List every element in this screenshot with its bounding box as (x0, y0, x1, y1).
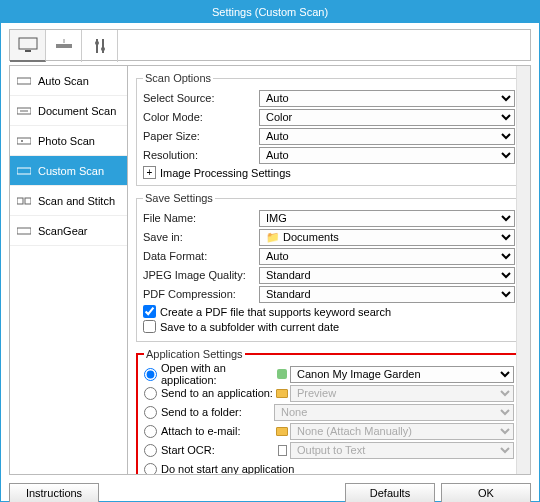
sidebar: Auto Scan Document Scan Photo Scan Custo… (9, 65, 127, 475)
email-icon (274, 427, 290, 436)
tab-scan-from-panel[interactable] (46, 30, 82, 62)
save-in-dropdown[interactable]: 📁 Documents (259, 229, 515, 246)
keyword-search-checkbox[interactable] (143, 305, 156, 318)
stitch-icon (16, 195, 32, 207)
open-with-label: Open with an application: (161, 362, 274, 386)
sidebar-item-label: Auto Scan (38, 75, 89, 87)
color-mode-label: Color Mode: (143, 111, 259, 123)
send-app-radio[interactable] (144, 387, 157, 400)
tab-scan-from-computer[interactable] (10, 30, 46, 62)
sidebar-item-custom-scan[interactable]: Custom Scan (10, 156, 127, 186)
attach-email-radio[interactable] (144, 425, 157, 438)
sidebar-item-scan-and-stitch[interactable]: Scan and Stitch (10, 186, 127, 216)
attach-email-label: Attach to e-mail: (161, 425, 240, 437)
sidebar-item-label: ScanGear (38, 225, 88, 237)
sidebar-item-label: Custom Scan (38, 165, 104, 177)
svg-point-12 (21, 140, 23, 142)
paper-size-label: Paper Size: (143, 130, 259, 142)
sidebar-item-photo-scan[interactable]: Photo Scan (10, 126, 127, 156)
svg-point-6 (95, 41, 99, 45)
select-source-label: Select Source: (143, 92, 259, 104)
attach-email-dropdown[interactable]: None (Attach Manually) (290, 423, 514, 440)
open-with-dropdown[interactable]: Canon My Image Garden (290, 366, 514, 383)
start-ocr-label: Start OCR: (161, 444, 215, 456)
svg-point-7 (101, 47, 105, 51)
send-app-label: Send to an application: (161, 387, 273, 399)
scrollbar[interactable] (516, 66, 530, 474)
scangear-icon (16, 225, 32, 237)
resolution-label: Resolution: (143, 149, 259, 161)
instructions-button[interactable]: Instructions (9, 483, 99, 502)
auto-scan-icon (16, 75, 32, 87)
window-title: Settings (Custom Scan) (212, 6, 328, 18)
svg-rect-16 (17, 228, 31, 234)
top-toolbar (9, 29, 531, 61)
select-source-dropdown[interactable]: Auto (259, 90, 515, 107)
jpeg-quality-label: JPEG Image Quality: (143, 269, 259, 281)
application-settings-legend: Application Settings (144, 348, 245, 360)
color-mode-dropdown[interactable]: Color (259, 109, 515, 126)
svg-rect-0 (19, 38, 37, 49)
jpeg-quality-dropdown[interactable]: Standard (259, 267, 515, 284)
application-settings-group: Application Settings Open with an applic… (136, 348, 522, 475)
start-ocr-radio[interactable] (144, 444, 157, 457)
sliders-icon (92, 37, 108, 55)
sidebar-item-document-scan[interactable]: Document Scan (10, 96, 127, 126)
subfolder-label: Save to a subfolder with current date (160, 321, 339, 333)
pdf-compression-label: PDF Compression: (143, 288, 259, 300)
file-name-field[interactable]: IMG (259, 210, 515, 227)
sidebar-item-scangear[interactable]: ScanGear (10, 216, 127, 246)
sidebar-item-label: Document Scan (38, 105, 116, 117)
send-folder-radio[interactable] (144, 406, 157, 419)
save-in-label: Save in: (143, 231, 259, 243)
custom-scan-icon (16, 165, 32, 177)
svg-rect-2 (56, 44, 72, 48)
data-format-label: Data Format: (143, 250, 259, 262)
svg-rect-13 (17, 168, 31, 174)
keyword-search-label: Create a PDF file that supports keyword … (160, 306, 391, 318)
photo-scan-icon (16, 135, 32, 147)
monitor-icon (18, 37, 38, 53)
send-folder-label: Send to a folder: (161, 406, 242, 418)
footer: Instructions Defaults OK (1, 479, 539, 502)
start-ocr-dropdown[interactable]: Output to Text (290, 442, 514, 459)
text-icon (274, 445, 290, 456)
data-format-dropdown[interactable]: Auto (259, 248, 515, 265)
document-scan-icon (16, 105, 32, 117)
image-processing-label: Image Processing Settings (160, 167, 291, 179)
send-app-dropdown[interactable]: Preview (290, 385, 514, 402)
main-panel: Scan Options Select Source:Auto Color Mo… (127, 65, 531, 475)
tab-general-settings[interactable] (82, 30, 118, 62)
svg-rect-14 (17, 198, 23, 204)
pdf-compression-dropdown[interactable]: Standard (259, 286, 515, 303)
send-folder-dropdown[interactable]: None (274, 404, 514, 421)
sidebar-item-label: Scan and Stitch (38, 195, 115, 207)
sidebar-item-auto-scan[interactable]: Auto Scan (10, 66, 127, 96)
do-not-start-label: Do not start any application (161, 463, 294, 475)
svg-rect-1 (25, 50, 31, 52)
svg-rect-8 (17, 78, 31, 84)
save-settings-legend: Save Settings (143, 192, 215, 204)
preview-icon (274, 389, 290, 398)
paper-size-dropdown[interactable]: Auto (259, 128, 515, 145)
file-name-label: File Name: (143, 212, 259, 224)
save-settings-group: Save Settings File Name:IMG Save in:📁 Do… (136, 192, 522, 342)
titlebar: Settings (Custom Scan) (1, 1, 539, 23)
settings-window: Settings (Custom Scan) Auto Scan Documen… (0, 0, 540, 502)
subfolder-checkbox[interactable] (143, 320, 156, 333)
defaults-button[interactable]: Defaults (345, 483, 435, 502)
do-not-start-radio[interactable] (144, 463, 157, 476)
scan-options-legend: Scan Options (143, 72, 213, 84)
open-with-radio[interactable] (144, 368, 157, 381)
svg-rect-15 (25, 198, 31, 204)
svg-rect-11 (17, 138, 31, 144)
ok-button[interactable]: OK (441, 483, 531, 502)
sidebar-item-label: Photo Scan (38, 135, 95, 147)
resolution-dropdown[interactable]: Auto (259, 147, 515, 164)
scan-options-group: Scan Options Select Source:Auto Color Mo… (136, 72, 522, 186)
app-icon (274, 369, 290, 379)
image-processing-expand[interactable]: +Image Processing Settings (143, 166, 515, 179)
scanner-icon (54, 39, 74, 53)
plus-icon: + (143, 166, 156, 179)
